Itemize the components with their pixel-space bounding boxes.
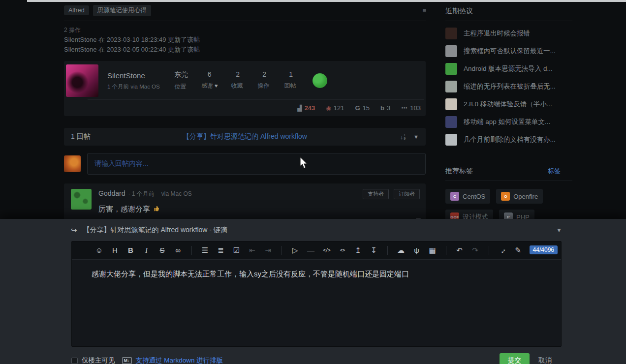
italic-icon[interactable]: I — [140, 244, 153, 256]
bold-icon[interactable]: B — [125, 244, 137, 256]
author-stat-column: 1 回帖 — [284, 70, 298, 91]
editor-toolbar: ☺HBIS∞ ☰≣☑⇤⇥ ▷—</><>↥↧ ☁ψ▦ ↶↷ ↔✎⋯ 44/409… — [72, 242, 561, 260]
editor-content[interactable]: 感谢大佬分享，但是我的脚本无法正常工作，输入sy之后没有反应，不管是随机端口还是… — [72, 260, 561, 346]
collapse-chevron-icon[interactable]: ▼ — [556, 227, 562, 234]
recommended-tags-title: 推荐标签 — [445, 162, 473, 176]
horizontal-rule-icon[interactable]: — — [305, 244, 317, 256]
topic-title: 移动端 app 如何设置菜单文... — [464, 118, 550, 126]
hot-topic-item[interactable]: 缩进的无序列表在被折叠后无... — [445, 78, 572, 95]
author-stat-column: 东莞 位置 — [174, 70, 188, 91]
topic-avatar — [445, 63, 457, 75]
toolbar-divider — [387, 246, 388, 255]
ordered-list-icon[interactable]: ≣ — [215, 244, 227, 256]
bing-referral-icon: b — [380, 104, 384, 112]
mouse-cursor — [300, 156, 309, 172]
centos-icon: C — [450, 192, 459, 201]
markdown-help-link[interactable]: 支持通过 Markdown 进行排版 — [136, 356, 223, 364]
only-op-checkbox[interactable] — [71, 358, 78, 364]
stat-label: 回帖 — [284, 82, 298, 90]
google-referral-icon: G — [355, 104, 360, 112]
emoji-icon[interactable]: ☺ — [93, 244, 106, 256]
tag-label: CentOS — [463, 193, 485, 200]
insert-after-icon[interactable]: ↧ — [368, 244, 380, 256]
character-counter: 44/4096 — [530, 245, 558, 254]
topic-avatar — [445, 45, 457, 57]
window-top-strip — [27, 0, 626, 2]
topic-title: 搜索框内可否默认保留最近一... — [464, 47, 556, 56]
check-list-icon[interactable]: ☑ — [230, 244, 243, 256]
reply-input[interactable]: 请输入回帖内容... — [87, 153, 426, 175]
commenter-name[interactable]: Goddard — [98, 189, 125, 197]
code-block-icon[interactable]: </> — [320, 244, 333, 256]
stat-value: 6 — [201, 70, 218, 78]
share-icon[interactable]: ↪ — [71, 226, 77, 235]
undo-icon[interactable]: ↶ — [453, 244, 466, 256]
reply-editor-drawer: ↪ 【分享】针对思源笔记的 Alfred workflow - 链滴 ▼ ☺HB… — [0, 219, 626, 364]
stat-count: 15 — [363, 104, 370, 112]
operation-log-line: SilentStone 在 2023-03-10 18:23:49 更新了该帖 — [64, 35, 426, 45]
author-avatar[interactable] — [66, 64, 98, 97]
indent-icon[interactable]: ⇥ — [262, 244, 275, 256]
commenter-avatar[interactable] — [71, 189, 92, 210]
tag-chip[interactable]: O Openfire — [496, 189, 543, 204]
sort-order-icon[interactable]: ↓ 1 9 — [400, 133, 406, 141]
toolbar-divider — [282, 246, 282, 255]
thumbs-up-emoji — [153, 205, 161, 214]
hot-topics-list: 主程序退出时候会报错 搜索框内可否默认保留最近一... Android 版本思源… — [445, 25, 572, 149]
editor-post-title: 【分享】针对思源笔记的 Alfred workflow - 链滴 — [83, 226, 227, 235]
edit-mode-icon[interactable]: ✎ — [512, 244, 525, 256]
cancel-button[interactable]: 取消 — [538, 356, 552, 364]
post-tag[interactable]: Alfred — [64, 5, 89, 15]
redo-icon[interactable]: ↷ — [469, 244, 482, 256]
hot-topic-item[interactable]: 移动端 app 如何设置菜单文... — [445, 113, 572, 131]
hot-topic-item[interactable]: 搜索框内可否默认保留最近一... — [445, 42, 572, 60]
insert-before-icon[interactable]: ↥ — [352, 244, 365, 256]
hot-topic-item[interactable]: 几个月前删除的文档有没有办... — [445, 131, 572, 149]
table-icon[interactable]: ▦ — [426, 244, 439, 256]
upload-icon[interactable]: ☁ — [395, 244, 407, 256]
link-icon[interactable]: ∞ — [172, 244, 185, 256]
unordered-list-icon[interactable]: ☰ — [199, 244, 212, 256]
quote-icon[interactable]: ▷ — [289, 244, 302, 256]
inline-code-icon[interactable]: <> — [336, 244, 349, 256]
author-name[interactable]: SilentStone — [107, 71, 165, 80]
topic-avatar — [445, 28, 457, 39]
commenter-badges: 支持者订阅者 — [363, 189, 420, 199]
hot-topic-item[interactable]: 2.8.0 移动端体验反馈（半小... — [445, 95, 572, 113]
post-tag[interactable]: 思源笔记使用心得 — [93, 5, 151, 16]
fullscreen-icon[interactable]: ↔ — [494, 242, 511, 259]
author-stat-column: 2 操作 — [258, 70, 271, 91]
tags-link[interactable]: 标签 — [548, 167, 561, 176]
tag-label: Openfire — [513, 193, 538, 200]
record-icon[interactable]: ψ — [410, 244, 423, 256]
topic-avatar — [445, 98, 457, 110]
editor-footer: 仅楼主可见 M↓ 支持通过 Markdown 进行排版 提交 取消 — [71, 353, 562, 364]
views-chart-icon: ▟ — [297, 105, 302, 112]
post-tags-row: Alfred 思源笔记使用心得 ≡ — [64, 5, 426, 16]
hot-topic-item[interactable]: 主程序退出时候会报错 — [445, 25, 572, 42]
topic-title: Android 版本思源无法导入 d... — [464, 64, 553, 73]
thanker-avatar[interactable] — [313, 73, 327, 88]
post-title-link[interactable]: 【分享】针对思源笔记的 Alfred workflow — [64, 132, 426, 141]
author-meta: 1 个月前 via Mac OS — [107, 83, 165, 91]
role-badge: 订阅者 — [394, 189, 420, 199]
stat-label: 收藏 — [231, 82, 245, 90]
submit-button[interactable]: 提交 — [500, 353, 530, 364]
stat-value: 东莞 — [174, 70, 188, 79]
openfire-icon: O — [501, 192, 510, 201]
strike-icon[interactable]: S — [156, 244, 169, 256]
outline-icon[interactable]: ≡ — [422, 7, 426, 14]
tag-chip[interactable]: C CentOS — [445, 189, 490, 204]
post-author-card: SilentStone 1 个月前 via Mac OS 东莞 位置 6 感谢♥ — [64, 61, 426, 116]
markdown-editor: ☺HBIS∞ ☰≣☑⇤⇥ ▷—</><>↥↧ ☁ψ▦ ↶↷ ↔✎⋯ 44/409… — [71, 241, 562, 347]
chevron-down-icon[interactable]: ▼ — [413, 134, 419, 140]
outdent-icon[interactable]: ⇤ — [246, 244, 259, 256]
current-user-avatar[interactable] — [64, 155, 81, 172]
main-content-column: Alfred 思源笔记使用心得 ≡ 2 操作 SilentStone 在 202… — [64, 2, 426, 225]
stat-value: 1 — [284, 70, 298, 78]
other-referral-icon: ⋯ — [401, 104, 407, 112]
heading-icon[interactable]: H — [109, 244, 122, 256]
replies-header-bar: 1 回帖 【分享】针对思源笔记的 Alfred workflow ↓ 1 9 ▼ — [64, 128, 426, 146]
stat-label: 位置 — [174, 83, 188, 91]
hot-topic-item[interactable]: Android 版本思源无法导入 d... — [445, 60, 572, 78]
